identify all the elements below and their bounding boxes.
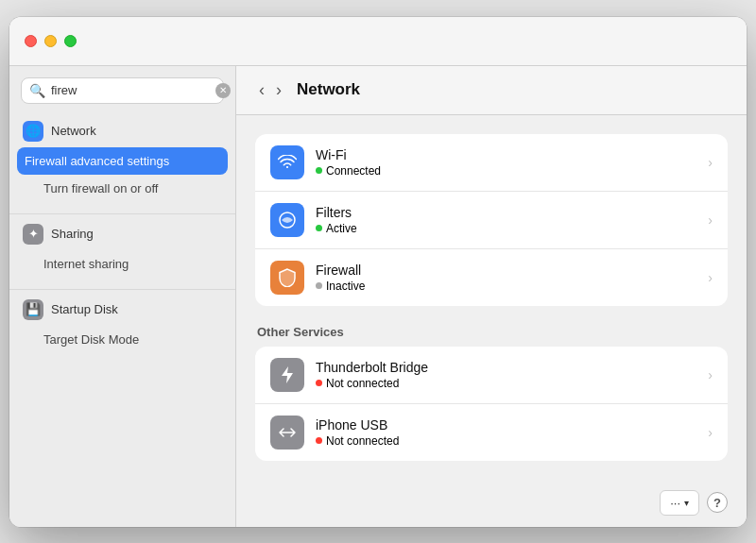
back-button[interactable]: ‹ <box>255 79 268 100</box>
firewall-status-text: Inactive <box>326 280 365 293</box>
sidebar: 🔍 ✕ 🌐 Network Firewall advanced settings… <box>9 66 236 527</box>
thunderbolt-status-dot <box>316 380 322 386</box>
filters-info: Filters Active <box>316 205 696 235</box>
iphone-usb-icon <box>270 416 304 450</box>
sidebar-item-label: Turn firewall on or off <box>43 181 158 195</box>
help-label: ? <box>713 496 721 510</box>
iphone-usb-chevron-icon: › <box>708 425 713 440</box>
content-area: 🔍 ✕ 🌐 Network Firewall advanced settings… <box>9 66 747 527</box>
thunderbolt-status-text: Not connected <box>326 377 399 390</box>
thunderbolt-chevron-icon: › <box>708 367 713 382</box>
page-title: Network <box>297 80 360 99</box>
thunderbolt-icon <box>270 358 304 392</box>
network-item-iphone-usb[interactable]: iPhone USB Not connected › <box>255 404 728 461</box>
more-button[interactable]: ··· ▾ <box>660 490 699 516</box>
filters-status: Active <box>316 222 696 235</box>
sidebar-parent-label: Sharing <box>51 227 94 241</box>
wifi-info: Wi-Fi Connected <box>316 147 696 178</box>
filters-status-text: Active <box>326 222 357 235</box>
sidebar-section-startup: 💾 Startup Disk Target Disk Mode <box>9 294 235 353</box>
network-icon: 🌐 <box>23 121 43 142</box>
network-item-thunderbolt[interactable]: Thunderbolt Bridge Not connected › <box>255 347 728 404</box>
filters-chevron-icon: › <box>708 212 713 228</box>
sidebar-item-turn-firewall[interactable]: Turn firewall on or off <box>9 175 235 202</box>
sidebar-item-target-disk[interactable]: Target Disk Mode <box>9 326 235 353</box>
help-button[interactable]: ? <box>707 492 728 513</box>
sidebar-parent-label: Startup Disk <box>51 302 118 316</box>
firewall-status-dot <box>316 282 322 289</box>
minimize-button[interactable] <box>44 35 57 47</box>
sidebar-item-firewall-advanced[interactable]: Firewall advanced settings <box>17 147 228 175</box>
sidebar-item-internet-sharing[interactable]: Internet sharing <box>9 250 235 278</box>
sidebar-section-network: 🌐 Network Firewall advanced settings Tur… <box>9 115 235 202</box>
filters-icon <box>270 203 304 237</box>
other-services-label: Other Services <box>255 325 728 339</box>
wifi-status-dot <box>316 167 322 174</box>
main-content: ‹ › Network <box>236 66 747 527</box>
wifi-chevron-icon: › <box>708 155 713 170</box>
firewall-chevron-icon: › <box>708 270 713 285</box>
firewall-icon <box>270 261 304 295</box>
forward-button[interactable]: › <box>272 79 285 100</box>
wifi-icon <box>270 145 304 179</box>
wifi-status-text: Connected <box>326 164 381 178</box>
maximize-button[interactable] <box>64 35 77 47</box>
firewall-info: Firewall Inactive <box>316 263 696 293</box>
main-window: 🔍 ✕ 🌐 Network Firewall advanced settings… <box>9 17 747 527</box>
iphone-usb-status: Not connected <box>316 434 696 448</box>
network-item-filters[interactable]: Filters Active › <box>255 192 728 249</box>
secondary-network-list: Thunderbolt Bridge Not connected › <box>255 347 728 461</box>
filters-name: Filters <box>316 205 696 220</box>
wifi-status: Connected <box>316 164 696 178</box>
more-chevron-icon: ▾ <box>684 498 689 508</box>
sidebar-section-sharing: ✦ Sharing Internet sharing <box>9 218 235 278</box>
search-clear-button[interactable]: ✕ <box>215 83 231 98</box>
title-bar <box>9 17 747 66</box>
sidebar-item-label: Firewall advanced settings <box>25 154 169 168</box>
search-input[interactable] <box>51 83 210 97</box>
divider-1 <box>9 213 235 214</box>
sidebar-parent-startup: 💾 Startup Disk <box>9 294 235 326</box>
network-item-wifi[interactable]: Wi-Fi Connected › <box>255 134 728 192</box>
sidebar-item-label: Target Disk Mode <box>43 332 139 347</box>
traffic-lights <box>25 35 77 47</box>
iphone-usb-status-dot <box>316 437 322 444</box>
nav-buttons: ‹ › <box>255 79 285 100</box>
main-body: Wi-Fi Connected › <box>236 115 747 479</box>
thunderbolt-info: Thunderbolt Bridge Not connected <box>316 360 696 390</box>
primary-network-list: Wi-Fi Connected › <box>255 134 728 306</box>
firewall-name: Firewall <box>316 263 696 278</box>
close-button[interactable] <box>25 35 37 47</box>
divider-2 <box>9 289 235 290</box>
thunderbolt-name: Thunderbolt Bridge <box>316 360 696 375</box>
search-bar[interactable]: 🔍 ✕ <box>21 77 224 104</box>
sidebar-item-label: Internet sharing <box>43 257 129 271</box>
iphone-usb-info: iPhone USB Not connected <box>316 417 696 448</box>
iphone-usb-status-text: Not connected <box>326 434 399 448</box>
sidebar-parent-sharing: ✦ Sharing <box>9 218 235 250</box>
main-header: ‹ › Network <box>236 66 747 115</box>
wifi-name: Wi-Fi <box>316 147 696 162</box>
thunderbolt-status: Not connected <box>316 377 696 390</box>
sidebar-parent-label: Network <box>51 124 96 138</box>
iphone-usb-name: iPhone USB <box>316 417 696 433</box>
sharing-icon: ✦ <box>23 224 43 245</box>
more-button-label: ··· <box>670 496 680 510</box>
firewall-status: Inactive <box>316 280 696 293</box>
startup-icon: 💾 <box>23 299 43 320</box>
network-item-firewall[interactable]: Firewall Inactive › <box>255 249 728 306</box>
bottom-bar: ··· ▾ ? <box>236 479 747 527</box>
search-icon: 🔍 <box>29 83 45 98</box>
filters-status-dot <box>316 225 322 231</box>
sidebar-parent-network: 🌐 Network <box>9 115 235 147</box>
